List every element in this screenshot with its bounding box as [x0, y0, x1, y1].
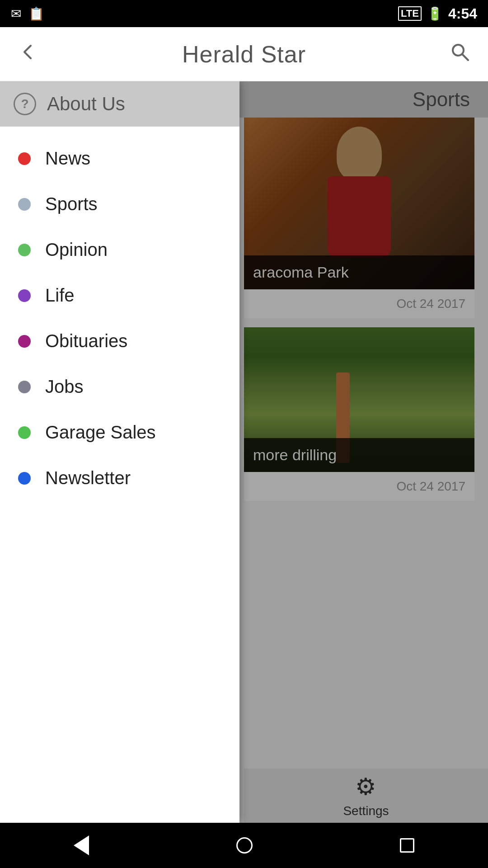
drawer-header-title: About Us [47, 93, 125, 115]
nav-recent-button[interactable] [386, 834, 428, 857]
search-icon [450, 42, 470, 62]
menu-label-sports: Sports [45, 194, 98, 214]
menu-label-newsletter: Newsletter [45, 468, 131, 488]
app-header: Herald Star [0, 27, 488, 81]
news-dot [18, 152, 31, 165]
lte-indicator: LTE [398, 6, 422, 21]
garage-sales-dot [18, 426, 31, 439]
gmail-icon: ✉ [11, 6, 21, 21]
menu-item-opinion[interactable]: Opinion [0, 227, 239, 273]
menu-item-sports[interactable]: Sports [0, 181, 239, 227]
newsletter-dot [18, 472, 31, 485]
life-dot [18, 289, 31, 302]
obituaries-dot [18, 335, 31, 348]
nav-back-button[interactable] [60, 831, 103, 860]
about-icon-label: ? [21, 97, 28, 111]
battery-icon: 🔋 [427, 6, 443, 21]
back-icon [18, 42, 38, 62]
drawer-overlay[interactable] [239, 81, 488, 823]
app-title: Herald Star [182, 41, 306, 68]
nav-home-button[interactable] [223, 833, 266, 858]
menu-label-garage-sales: Garage Sales [45, 422, 156, 443]
status-bar-right: LTE 🔋 4:54 [398, 5, 477, 22]
side-drawer: ? About Us News Sports Opinion Life [0, 81, 239, 823]
menu-item-obituaries[interactable]: Obituaries [0, 318, 239, 364]
back-button[interactable] [18, 42, 38, 66]
menu-label-opinion: Opinion [45, 240, 108, 260]
home-nav-icon [236, 837, 253, 854]
drawer-menu: News Sports Opinion Life Obituaries Jobs [0, 127, 239, 510]
drawer-header[interactable]: ? About Us [0, 81, 239, 127]
status-bar-left: ✉ 📋 [11, 6, 44, 21]
menu-item-jobs[interactable]: Jobs [0, 364, 239, 410]
about-icon: ? [14, 93, 36, 115]
menu-item-garage-sales[interactable]: Garage Sales [0, 410, 239, 455]
menu-item-life[interactable]: Life [0, 273, 239, 318]
svg-line-1 [462, 54, 468, 60]
menu-item-newsletter[interactable]: Newsletter [0, 455, 239, 501]
search-button[interactable] [450, 42, 470, 66]
opinion-dot [18, 244, 31, 256]
menu-label-news: News [45, 148, 90, 169]
jobs-dot [18, 381, 31, 393]
menu-label-life: Life [45, 285, 75, 306]
clipboard-icon: 📋 [28, 6, 44, 21]
bottom-nav [0, 823, 488, 868]
status-bar: ✉ 📋 LTE 🔋 4:54 [0, 0, 488, 27]
back-nav-icon [74, 835, 89, 855]
recent-nav-icon [400, 838, 414, 853]
menu-label-obituaries: Obituaries [45, 331, 127, 351]
menu-label-jobs: Jobs [45, 377, 84, 397]
sports-dot [18, 198, 31, 211]
menu-item-news[interactable]: News [0, 136, 239, 181]
main-area: Sports aracoma Park Oct 24 2017 more dri… [0, 81, 488, 823]
status-time: 4:54 [448, 5, 477, 22]
